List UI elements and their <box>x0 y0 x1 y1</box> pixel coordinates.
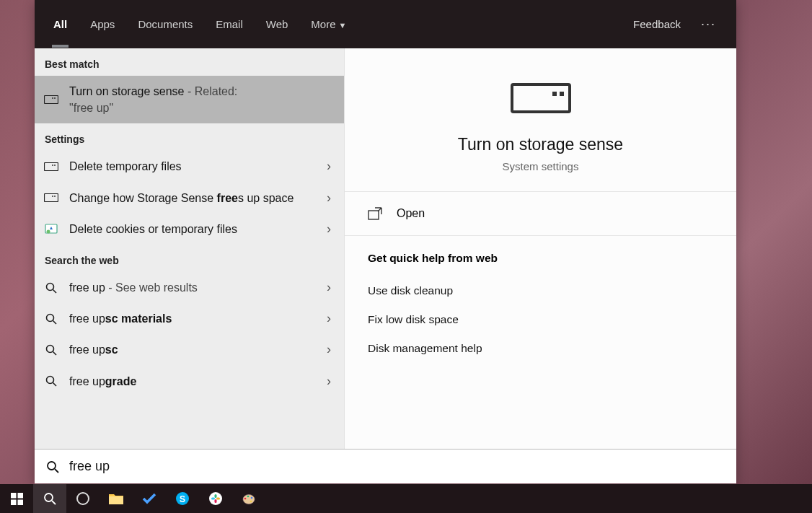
result-web-3[interactable]: free upgrade › <box>35 366 344 397</box>
svg-point-10 <box>47 230 50 234</box>
svg-point-35 <box>209 492 222 505</box>
svg-line-18 <box>53 383 57 387</box>
svg-point-44 <box>250 501 252 503</box>
taskbar-search-button[interactable] <box>33 484 66 513</box>
tab-more[interactable]: More▼ <box>309 14 348 35</box>
help-link-0[interactable]: Use disk cleanup <box>368 276 713 305</box>
svg-point-29 <box>45 494 53 501</box>
search-icon <box>43 313 59 325</box>
feedback-link[interactable]: Feedback <box>633 18 681 30</box>
svg-line-12 <box>53 289 57 293</box>
chevron-right-icon: › <box>322 311 335 326</box>
section-best-match: Best match <box>35 48 344 76</box>
help-link-1[interactable]: Fix low disk space <box>368 305 713 334</box>
start-button[interactable] <box>0 484 33 513</box>
search-icon <box>43 375 59 387</box>
svg-line-14 <box>53 320 57 324</box>
result-text: Delete temporary files <box>69 158 312 175</box>
section-settings: Settings <box>35 123 344 151</box>
result-text: Change how Storage Sense frees up space <box>69 190 312 206</box>
search-icon <box>43 344 59 356</box>
svg-rect-20 <box>552 92 557 96</box>
open-icon <box>368 207 384 220</box>
search-icon <box>46 460 59 473</box>
slack-button[interactable] <box>199 484 232 513</box>
chevron-down-icon: ▼ <box>339 21 347 30</box>
svg-rect-28 <box>17 499 23 505</box>
open-label: Open <box>397 207 425 220</box>
chevron-right-icon: › <box>322 190 335 206</box>
result-settings-1[interactable]: Change how Storage Sense frees up space … <box>35 183 344 214</box>
tab-apps[interactable]: Apps <box>89 14 116 35</box>
drive-large-icon <box>511 83 571 113</box>
more-icon[interactable]: ··· <box>701 17 716 32</box>
result-text: Delete cookies or temporary files <box>69 221 312 237</box>
tabs-bar: All Apps Documents Email Web More▼ Feedb… <box>35 0 736 48</box>
svg-point-41 <box>244 498 247 500</box>
svg-line-16 <box>53 351 57 355</box>
tab-all[interactable]: All <box>52 14 69 35</box>
search-input[interactable] <box>69 459 725 474</box>
preview-subtitle: System settings <box>359 160 722 172</box>
preview-column: Turn on storage sense System settings Op… <box>345 48 736 449</box>
search-box[interactable] <box>35 449 736 483</box>
tab-documents[interactable]: Documents <box>136 14 194 35</box>
svg-rect-32 <box>109 496 123 504</box>
svg-rect-21 <box>560 92 564 96</box>
result-web-2[interactable]: free upsc › <box>35 334 344 365</box>
result-web-0[interactable]: free up - See web results › <box>35 272 344 303</box>
svg-point-2 <box>52 97 53 99</box>
svg-point-4 <box>54 165 56 166</box>
tab-email[interactable]: Email <box>214 14 244 35</box>
skype-button[interactable]: S <box>166 484 199 513</box>
svg-point-42 <box>247 496 250 498</box>
results-column: Best match Turn on storage sense - Relat… <box>35 48 345 449</box>
paint-button[interactable] <box>232 484 265 513</box>
svg-rect-22 <box>369 211 379 219</box>
chevron-right-icon: › <box>322 222 335 237</box>
chevron-right-icon: › <box>322 374 335 389</box>
svg-point-15 <box>47 345 54 352</box>
svg-rect-26 <box>17 493 23 499</box>
todo-button[interactable] <box>133 484 166 513</box>
svg-text:S: S <box>180 494 185 504</box>
result-settings-0[interactable]: Delete temporary files › <box>35 151 344 182</box>
open-action[interactable]: Open <box>345 192 736 236</box>
svg-rect-39 <box>215 499 217 503</box>
svg-rect-6 <box>45 194 58 202</box>
svg-point-11 <box>47 283 54 290</box>
svg-line-24 <box>55 469 58 473</box>
drive-icon <box>43 95 59 104</box>
svg-rect-25 <box>11 493 17 499</box>
svg-point-1 <box>54 97 56 99</box>
svg-point-43 <box>251 497 253 499</box>
tab-web[interactable]: Web <box>265 14 290 35</box>
svg-point-23 <box>48 462 56 470</box>
preview-title: Turn on storage sense <box>359 135 722 154</box>
svg-point-17 <box>47 377 54 384</box>
svg-rect-36 <box>211 498 215 500</box>
svg-line-30 <box>52 501 56 504</box>
file-explorer-button[interactable] <box>100 484 133 513</box>
section-search-web: Search the web <box>35 245 344 272</box>
result-text: free upsc <box>69 341 312 358</box>
svg-rect-38 <box>215 494 217 498</box>
result-best-match[interactable]: Turn on storage sense - Related: "free u… <box>35 76 344 123</box>
svg-point-8 <box>52 196 53 197</box>
svg-point-5 <box>52 165 53 166</box>
internet-options-icon <box>43 222 59 235</box>
help-link-2[interactable]: Disk management help <box>368 334 713 363</box>
svg-rect-27 <box>11 499 17 505</box>
taskbar: S <box>0 484 812 513</box>
search-panel: All Apps Documents Email Web More▼ Feedb… <box>35 0 736 483</box>
svg-rect-19 <box>512 84 570 112</box>
result-settings-2[interactable]: Delete cookies or temporary files › <box>35 214 344 245</box>
svg-rect-37 <box>216 498 220 500</box>
result-text: free upgrade <box>69 373 312 390</box>
help-heading: Get quick help from web <box>368 252 713 265</box>
result-web-1[interactable]: free upsc materials › <box>35 303 344 334</box>
cortana-button[interactable] <box>66 484 100 513</box>
chevron-right-icon: › <box>322 342 335 357</box>
svg-point-31 <box>77 493 89 504</box>
svg-point-13 <box>47 314 54 321</box>
